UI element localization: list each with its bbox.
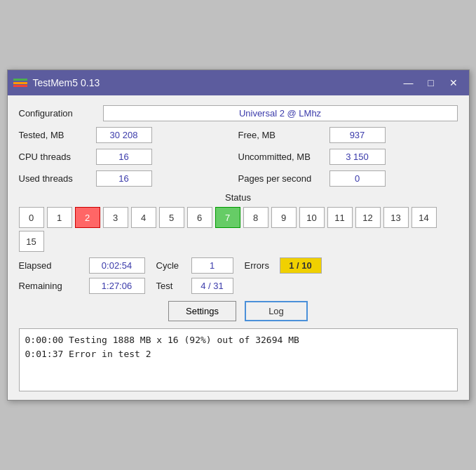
thread-box-11: 11 xyxy=(327,207,353,228)
window-controls: — □ ✕ xyxy=(399,75,463,90)
thread-row: 0123456789101112131415 xyxy=(19,207,458,252)
remaining-value: 1:27:06 xyxy=(89,278,145,294)
status-header: Status xyxy=(19,192,458,203)
thread-box-5: 5 xyxy=(159,207,184,228)
cpu-threads-label: CPU threads xyxy=(19,152,96,162)
pages-value: 0 xyxy=(329,170,386,187)
settings-button[interactable]: Settings xyxy=(168,301,236,321)
icon-bar-1 xyxy=(13,79,27,81)
maximize-button[interactable]: □ xyxy=(421,75,441,90)
uncommitted-value: 3 150 xyxy=(329,149,386,165)
log-area: 0:00:00 Testing 1888 MB x 16 (92%) out o… xyxy=(19,328,458,391)
cycle-label: Cycle xyxy=(156,260,191,271)
thread-box-3: 3 xyxy=(103,207,128,228)
remaining-label: Remaining xyxy=(19,281,89,291)
cycle-value: 1 xyxy=(191,257,233,274)
thread-box-14: 14 xyxy=(412,207,437,228)
free-section: Free, MB 937 xyxy=(238,127,458,143)
thread-box-15: 15 xyxy=(19,231,44,252)
pages-section: Pages per second 0 xyxy=(238,170,458,187)
cpu-threads-section: CPU threads 16 xyxy=(19,149,238,165)
titlebar: TestMem5 0.13 — □ ✕ xyxy=(8,70,469,95)
window-title: TestMem5 0.13 xyxy=(33,77,399,88)
remaining-row: Remaining 1:27:06 Test 4 / 31 xyxy=(19,278,458,294)
thread-box-12: 12 xyxy=(355,207,381,228)
status-section: Status 0123456789101112131415 xyxy=(19,192,458,252)
thread-box-10: 10 xyxy=(299,207,325,228)
config-label: Configuration xyxy=(19,108,103,119)
elapsed-row: Elapsed 0:02:54 Cycle 1 Errors 1 / 10 xyxy=(19,257,458,274)
tested-label: Tested, MB xyxy=(19,130,96,140)
thread-box-0: 0 xyxy=(19,207,44,228)
tested-free-row: Tested, MB 30 208 Free, MB 937 xyxy=(19,127,458,143)
used-threads-label: Used threads xyxy=(19,173,96,184)
thread-box-13: 13 xyxy=(383,207,409,228)
used-threads-value: 16 xyxy=(96,170,152,187)
pages-label: Pages per second xyxy=(238,173,329,184)
free-value: 937 xyxy=(329,127,386,143)
log-button[interactable]: Log xyxy=(245,301,308,321)
buttons-row: Settings Log xyxy=(19,301,458,321)
elapsed-value: 0:02:54 xyxy=(89,257,145,274)
thread-box-4: 4 xyxy=(131,207,156,228)
errors-label: Errors xyxy=(245,260,280,271)
errors-value: 1 / 10 xyxy=(280,257,322,274)
thread-box-8: 8 xyxy=(243,207,268,228)
tested-section: Tested, MB 30 208 xyxy=(19,127,238,143)
cpu-threads-value: 16 xyxy=(96,149,152,165)
thread-box-2: 2 xyxy=(75,207,100,228)
used-threads-section: Used threads 16 xyxy=(19,170,238,187)
uncommitted-section: Uncommitted, MB 3 150 xyxy=(238,149,458,165)
thread-box-6: 6 xyxy=(187,207,212,228)
thread-box-9: 9 xyxy=(271,207,297,228)
used-pages-row: Used threads 16 Pages per second 0 xyxy=(19,170,458,187)
config-value: Universal 2 @ LMhz xyxy=(103,105,458,121)
icon-bar-3 xyxy=(13,85,27,87)
test-value: 4 / 31 xyxy=(191,278,233,294)
config-row: Configuration Universal 2 @ LMhz xyxy=(19,105,458,121)
thread-box-7: 7 xyxy=(215,207,240,228)
icon-bar-2 xyxy=(13,82,27,84)
minimize-button[interactable]: — xyxy=(399,75,419,90)
cpu-uncommitted-row: CPU threads 16 Uncommitted, MB 3 150 xyxy=(19,149,458,165)
log-line: 0:00:00 Testing 1888 MB x 16 (92%) out o… xyxy=(25,333,451,347)
elapsed-label: Elapsed xyxy=(19,260,89,271)
uncommitted-label: Uncommitted, MB xyxy=(238,152,329,162)
log-line: 0:01:37 Error in test 2 xyxy=(25,347,451,361)
content-area: Configuration Universal 2 @ LMhz Tested,… xyxy=(8,95,469,400)
close-button[interactable]: ✕ xyxy=(444,75,463,90)
test-label: Test xyxy=(156,281,191,291)
tested-value: 30 208 xyxy=(96,127,152,143)
main-window: TestMem5 0.13 — □ ✕ Configuration Univer… xyxy=(7,69,470,401)
free-label: Free, MB xyxy=(238,130,329,140)
thread-box-1: 1 xyxy=(47,207,72,228)
app-icon xyxy=(13,79,27,87)
